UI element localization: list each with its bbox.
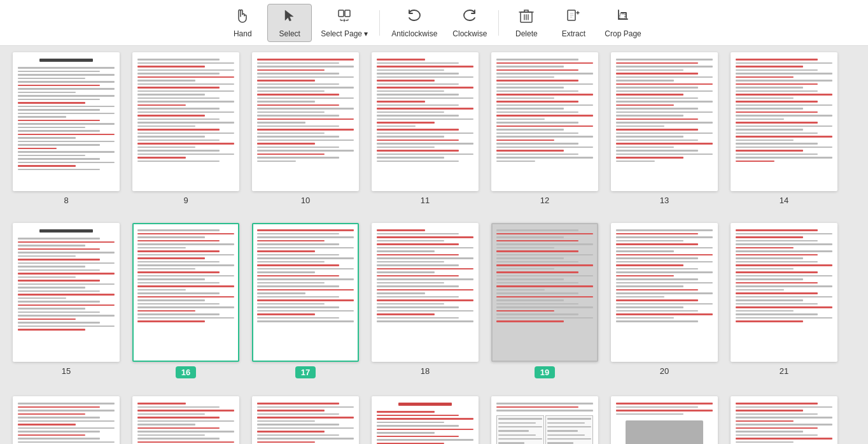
select-page-icon xyxy=(336,8,353,27)
clockwise-icon xyxy=(461,8,479,27)
select-label: Select xyxy=(279,29,300,38)
page-thumb-21[interactable] xyxy=(731,223,837,362)
page-number-12: 12 xyxy=(540,196,549,205)
select-page-button[interactable]: Select Page ▾ xyxy=(314,4,374,42)
page-badge-19: 19 xyxy=(535,366,555,378)
svg-rect-1 xyxy=(345,10,350,17)
page-thumb-12[interactable] xyxy=(491,52,598,191)
page-number-8: 8 xyxy=(64,196,68,205)
delete-label: Delete xyxy=(515,29,538,38)
page-item-13[interactable]: 13 xyxy=(611,52,718,205)
page-item-24[interactable]: 24 xyxy=(252,396,359,444)
crop-page-label: Crop Page xyxy=(605,29,641,38)
page-number-15: 15 xyxy=(62,366,71,376)
extract-icon xyxy=(565,8,582,27)
extract-label: Extract xyxy=(562,29,585,38)
pages-row-2: 15 16 17 xyxy=(13,223,855,378)
separator-2 xyxy=(498,10,499,36)
page-item-25[interactable]: 25 xyxy=(372,396,479,444)
page-item-19[interactable]: 19 xyxy=(491,223,598,378)
select-button[interactable]: Select xyxy=(267,4,312,42)
delete-button[interactable]: Delete xyxy=(504,4,549,42)
page-item-20[interactable]: 20 xyxy=(611,223,718,378)
delete-icon xyxy=(518,8,535,27)
page-thumb-13[interactable] xyxy=(611,52,718,191)
separator-1 xyxy=(379,10,380,36)
page-number-10: 10 xyxy=(301,196,310,205)
page-thumb-24[interactable] xyxy=(252,396,359,444)
page-item-16[interactable]: 16 xyxy=(132,223,239,378)
toolbar: Hand Select Select Page ▾ An xyxy=(0,0,868,46)
clockwise-label: Clockwise xyxy=(452,29,487,38)
page-thumb-17[interactable] xyxy=(252,223,359,362)
page-thumb-16[interactable] xyxy=(132,223,239,362)
extract-button[interactable]: Extract xyxy=(551,4,596,42)
page-number-21: 21 xyxy=(780,366,788,376)
pages-row-3: 22 23 24 xyxy=(13,396,855,444)
clockwise-button[interactable]: Clockwise xyxy=(446,4,493,42)
page-number-11: 11 xyxy=(421,196,430,205)
page-number-14: 14 xyxy=(780,196,788,205)
page-item-23[interactable]: 23 xyxy=(132,396,239,444)
page-item-15[interactable]: 15 xyxy=(13,223,120,378)
page-badge-17: 17 xyxy=(295,366,316,378)
page-badge-16: 16 xyxy=(176,366,196,378)
svg-rect-0 xyxy=(339,10,344,17)
crop-page-icon xyxy=(615,8,631,27)
page-thumb-15[interactable] xyxy=(13,223,120,362)
page-item-26[interactable]: 26 xyxy=(491,396,598,444)
page-item-12[interactable]: 12 xyxy=(491,52,598,205)
hand-label: Hand xyxy=(234,29,252,38)
page-number-13: 13 xyxy=(660,196,669,205)
page-item-28[interactable]: 28 xyxy=(731,396,837,444)
anticlockwise-label: Anticlockwise xyxy=(391,29,437,38)
page-thumb-26[interactable] xyxy=(491,396,598,444)
page-thumb-19[interactable] xyxy=(491,223,598,362)
anticlockwise-icon xyxy=(405,8,423,27)
anticlockwise-button[interactable]: Anticlockwise xyxy=(385,4,444,42)
page-item-9[interactable]: 9 xyxy=(132,52,239,205)
pages-area: 8 9 10 1 xyxy=(0,46,868,444)
page-item-10[interactable]: 10 xyxy=(252,52,359,205)
page-thumb-22[interactable] xyxy=(13,396,120,444)
page-item-14[interactable]: 14 xyxy=(731,52,837,205)
page-item-11[interactable]: 11 xyxy=(372,52,479,205)
svg-rect-4 xyxy=(620,14,625,18)
page-item-21[interactable]: 21 xyxy=(731,223,837,378)
hand-icon xyxy=(234,8,251,27)
page-number-20: 20 xyxy=(660,366,669,376)
select-page-label: Select Page ▾ xyxy=(321,29,368,38)
page-item-17[interactable]: 17 xyxy=(252,223,359,378)
crop-page-button[interactable]: Crop Page xyxy=(598,4,647,42)
page-item-27[interactable]: 27 xyxy=(611,396,718,444)
select-icon xyxy=(281,8,298,27)
page-thumb-25[interactable] xyxy=(372,396,479,444)
page-item-18[interactable]: 18 xyxy=(372,223,479,378)
page-thumb-23[interactable] xyxy=(132,396,239,444)
pages-row-1: 8 9 10 1 xyxy=(13,52,855,205)
page-item-22[interactable]: 22 xyxy=(13,396,120,444)
page-thumb-28[interactable] xyxy=(731,396,837,444)
page-number-18: 18 xyxy=(421,366,430,376)
page-thumb-8[interactable] xyxy=(13,52,120,191)
page-thumb-18[interactable] xyxy=(372,223,479,362)
page-thumb-20[interactable] xyxy=(611,223,718,362)
page-thumb-11[interactable] xyxy=(372,52,479,191)
page-thumb-27[interactable] xyxy=(611,396,718,444)
page-thumb-10[interactable] xyxy=(252,52,359,191)
page-item-8[interactable]: 8 xyxy=(13,52,120,205)
page-number-9: 9 xyxy=(183,196,188,205)
hand-button[interactable]: Hand xyxy=(220,4,265,42)
page-thumb-9[interactable] xyxy=(132,52,239,191)
page-thumb-14[interactable] xyxy=(731,52,837,191)
